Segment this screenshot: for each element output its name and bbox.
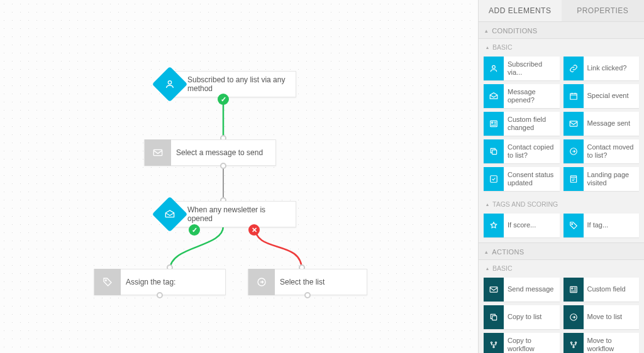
- element-label: Copy to list: [504, 313, 545, 321]
- envelope-icon: [145, 139, 171, 166]
- move-icon: [564, 305, 584, 329]
- svg-point-18: [571, 288, 572, 289]
- tags-scoring-grid: If score...If tag...: [479, 211, 644, 242]
- element-label: Contact copied to list?: [504, 143, 560, 160]
- element-flow[interactable]: Copy to workflow: [484, 333, 560, 353]
- element-label: Move to list: [584, 313, 626, 321]
- svg-point-22: [495, 342, 496, 343]
- node-label: When any newsletter is opened: [187, 205, 296, 223]
- element-move[interactable]: Move to list: [564, 305, 640, 329]
- actions-basic-grid: Send messageCustom fieldCopy to listMove…: [479, 275, 644, 353]
- svg-point-15: [571, 224, 572, 225]
- svg-point-24: [570, 342, 572, 343]
- chevron-up-icon: ▴: [485, 28, 488, 34]
- user-icon: [152, 67, 188, 102]
- element-label: Custom field changed: [504, 116, 560, 132]
- svg-point-4: [105, 280, 106, 281]
- flow-icon: [564, 333, 584, 353]
- envelope-open-icon: [484, 84, 504, 108]
- element-copy[interactable]: Copy to list: [484, 305, 560, 329]
- conditions-basic-grid: Subscribed via...Link clicked?Message op…: [479, 54, 644, 196]
- node-label: Select the list: [280, 278, 333, 286]
- node-label: Select a message to send: [176, 148, 272, 157]
- element-label: Move to workflow: [584, 337, 640, 353]
- chevron-up-icon: ▴: [486, 45, 489, 50]
- tag-icon: [94, 269, 121, 295]
- page-icon: [564, 167, 584, 191]
- element-page[interactable]: Landing page visited: [564, 167, 640, 191]
- element-tag[interactable]: If tag...: [564, 214, 640, 237]
- field-icon: [484, 112, 504, 136]
- section-label: CONDITIONS: [492, 27, 537, 35]
- node-select-list[interactable]: Select the list: [248, 269, 367, 295]
- tab-properties[interactable]: PROPERTIES: [562, 0, 645, 21]
- element-calendar[interactable]: Special event: [564, 84, 640, 108]
- field-icon: [564, 278, 584, 301]
- chevron-up-icon: ▴: [486, 202, 489, 207]
- section-actions[interactable]: ▴ ACTIONS: [479, 242, 644, 260]
- element-copy[interactable]: Contact copied to list?: [484, 139, 560, 163]
- svg-point-21: [491, 342, 492, 343]
- check-icon: ✓: [189, 224, 200, 236]
- section-label: BASIC: [492, 43, 513, 51]
- element-field[interactable]: Custom field: [564, 278, 640, 301]
- user-icon: [484, 57, 504, 80]
- section-label: BASIC: [492, 264, 513, 272]
- node-assign-tag[interactable]: Assign the tag:: [94, 269, 226, 295]
- chevron-up-icon: ▴: [486, 266, 489, 271]
- element-label: Message sent: [584, 119, 634, 128]
- element-envelope[interactable]: Send message: [484, 278, 560, 301]
- node-label: Assign the tag:: [126, 278, 184, 286]
- element-label: Custom field: [584, 285, 630, 293]
- svg-point-26: [572, 346, 574, 347]
- element-flow[interactable]: Move to workflow: [564, 333, 640, 353]
- star-icon: [484, 214, 504, 237]
- svg-rect-16: [490, 287, 497, 292]
- element-envelope[interactable]: Message sent: [564, 112, 640, 136]
- port-out[interactable]: [304, 292, 311, 298]
- element-field[interactable]: Custom field changed: [484, 112, 560, 136]
- section-conditions[interactable]: ▴ CONDITIONS: [479, 21, 644, 39]
- port-out[interactable]: [220, 163, 226, 169]
- sidebar: ADD ELEMENTS PROPERTIES ▴ CONDITIONS ▴ B…: [478, 0, 644, 353]
- subsection-tags-scoring[interactable]: ▴ TAGS AND SCORING: [479, 196, 644, 211]
- element-label: If score...: [504, 221, 540, 229]
- element-move[interactable]: Contact moved to list?: [564, 139, 640, 163]
- svg-point-25: [575, 342, 576, 343]
- envelope-icon: [484, 278, 504, 301]
- workflow-canvas[interactable]: Subscribed to any list via any method ✓ …: [0, 0, 478, 353]
- tab-add-elements[interactable]: ADD ELEMENTS: [479, 0, 562, 21]
- element-check[interactable]: Consent status updated: [484, 167, 560, 191]
- port-out[interactable]: [157, 292, 163, 298]
- envelope-icon: [564, 112, 584, 136]
- element-label: Subscribed via...: [504, 60, 560, 77]
- move-icon: [248, 269, 275, 295]
- svg-rect-19: [492, 316, 497, 320]
- element-envelope-open[interactable]: Message opened?: [484, 84, 560, 108]
- svg-point-6: [492, 65, 496, 68]
- element-label: Special event: [584, 92, 633, 100]
- flow-icon: [484, 333, 504, 353]
- element-star[interactable]: If score...: [484, 214, 560, 237]
- element-user[interactable]: Subscribed via...: [484, 57, 560, 80]
- svg-point-2: [168, 81, 171, 84]
- link-icon: [564, 57, 584, 80]
- element-label: Send message: [504, 285, 557, 293]
- element-label: Contact moved to list?: [584, 143, 640, 160]
- svg-rect-13: [491, 176, 497, 183]
- element-label: Message opened?: [504, 88, 560, 104]
- node-newsletter-opened[interactable]: When any newsletter is opened: [170, 201, 296, 227]
- copy-icon: [484, 139, 504, 163]
- svg-rect-3: [153, 149, 162, 155]
- subsection-actions-basic[interactable]: ▴ BASIC: [479, 260, 644, 275]
- tag-icon: [564, 214, 584, 237]
- svg-rect-7: [570, 94, 577, 99]
- section-label: ACTIONS: [492, 248, 524, 256]
- node-select-message[interactable]: Select a message to send: [144, 139, 276, 166]
- copy-icon: [484, 305, 504, 329]
- node-subscribed-condition[interactable]: Subscribed to any list via any method: [170, 71, 296, 97]
- subsection-basic[interactable]: ▴ BASIC: [479, 39, 644, 54]
- element-label: If tag...: [584, 221, 613, 229]
- svg-rect-11: [492, 150, 497, 155]
- element-link[interactable]: Link clicked?: [564, 57, 640, 80]
